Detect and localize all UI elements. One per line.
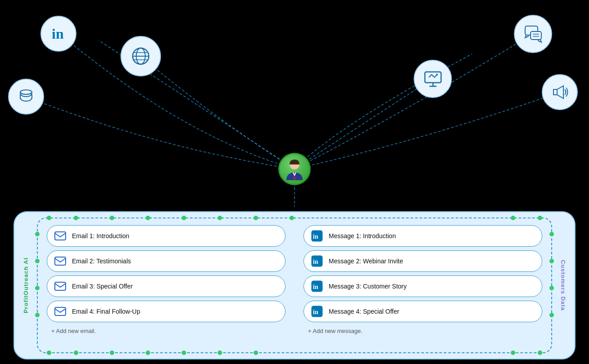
email-item-1[interactable]: Email 1: Introduction bbox=[47, 225, 286, 247]
svg-text:in: in bbox=[313, 258, 318, 265]
svg-text:in: in bbox=[52, 26, 64, 42]
svg-rect-14 bbox=[531, 31, 541, 40]
megaphone-icon-circle bbox=[542, 74, 578, 110]
linkedin-item-label: Message 3: Customer Story bbox=[329, 283, 407, 290]
email-item-label: Email 2: Testimonials bbox=[72, 257, 131, 265]
email-item-label: Email 3: Special Offer bbox=[72, 283, 133, 290]
email-sequence-column: Email 1: Introduction Email 2: Testimoni… bbox=[38, 218, 294, 352]
chat-icon-circle bbox=[514, 15, 552, 53]
panel-inner: Email 1: Introduction Email 2: Testimoni… bbox=[37, 218, 552, 353]
email-icon bbox=[54, 280, 67, 293]
bottom-panel: ProfitOutreach AI Customers Data bbox=[13, 211, 576, 360]
linkedin-msg-icon: in bbox=[311, 305, 323, 318]
linkedin-icon: in bbox=[50, 25, 67, 42]
center-avatar bbox=[278, 153, 311, 185]
email-item-3[interactable]: Email 3: Special Offer bbox=[47, 275, 286, 297]
linkedin-item-2[interactable]: in Message 2: Webinar Invite bbox=[303, 250, 542, 272]
email-item-2[interactable]: Email 2: Testimonials bbox=[47, 250, 286, 272]
linkedin-item-label: Message 2: Webinar Invite bbox=[329, 257, 403, 265]
linkedin-item-label: Message 1: Introduction bbox=[329, 232, 396, 240]
email-icon bbox=[54, 230, 67, 242]
database-icon bbox=[17, 88, 35, 106]
email-item-4[interactable]: Email 4: Final Follow-Up bbox=[47, 301, 286, 322]
left-side-label: ProfitOutreach AI bbox=[22, 257, 29, 313]
linkedin-item-3[interactable]: in Message 3: Customer Story bbox=[303, 275, 542, 297]
svg-rect-20 bbox=[55, 282, 66, 290]
linkedin-sequence-column: in Message 1: Introduction in Message 2:… bbox=[294, 218, 551, 352]
svg-point-12 bbox=[436, 74, 438, 75]
svg-rect-21 bbox=[55, 307, 66, 315]
linkedin-icon-circle: in bbox=[40, 16, 76, 52]
monitor-icon-circle bbox=[414, 60, 452, 98]
svg-text:in: in bbox=[313, 309, 318, 315]
email-icon bbox=[54, 305, 67, 318]
add-message-link[interactable]: + Add new message. bbox=[303, 326, 542, 336]
database-icon-circle bbox=[8, 79, 44, 115]
linkedin-item-1[interactable]: in Message 1: Introduction bbox=[303, 225, 542, 247]
svg-text:in: in bbox=[313, 233, 318, 240]
email-item-label: Email 4: Final Follow-Up bbox=[72, 308, 140, 315]
globe-icon bbox=[129, 45, 152, 67]
linkedin-msg-icon: in bbox=[311, 230, 323, 242]
globe-icon-circle bbox=[120, 36, 161, 76]
linkedin-msg-icon: in bbox=[311, 280, 323, 293]
email-icon bbox=[54, 255, 67, 267]
add-email-link[interactable]: + Add new email. bbox=[47, 326, 286, 336]
linkedin-item-4[interactable]: in Message 4: Special Offer bbox=[303, 301, 542, 322]
svg-text:in: in bbox=[313, 284, 318, 290]
svg-rect-18 bbox=[55, 232, 66, 240]
megaphone-icon bbox=[550, 82, 570, 102]
chat-icon bbox=[522, 23, 544, 45]
linkedin-msg-icon: in bbox=[311, 255, 323, 267]
monitor-icon bbox=[422, 68, 444, 90]
svg-rect-9 bbox=[425, 72, 441, 83]
email-item-label: Email 1: Introduction bbox=[72, 232, 129, 240]
right-side-label: Customers Data bbox=[560, 260, 567, 311]
linkedin-item-label: Message 4: Special Offer bbox=[329, 308, 399, 315]
svg-point-6 bbox=[20, 90, 32, 94]
svg-rect-19 bbox=[55, 257, 66, 265]
